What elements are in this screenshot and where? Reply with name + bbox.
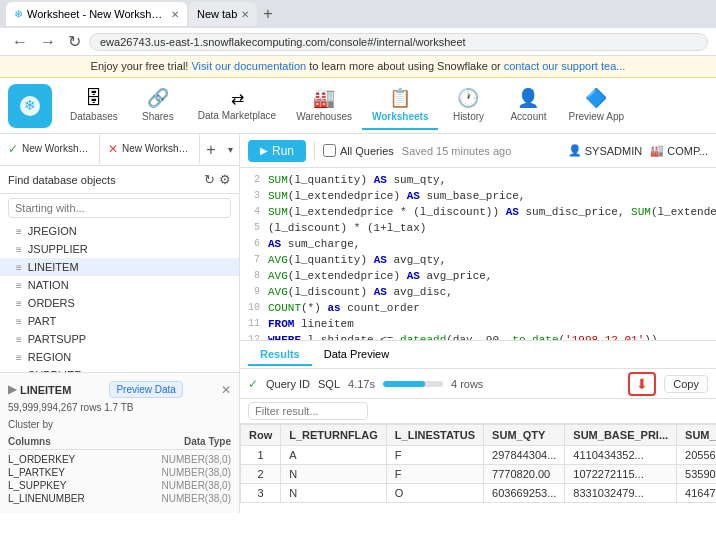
snowflake-logo-svg: ❄ — [16, 92, 44, 120]
table-icon: ≡ — [16, 298, 22, 309]
col-header-linestatus[interactable]: L_LINESTATUS — [386, 425, 483, 446]
worksheet-tab-1[interactable]: ✓ New Worksheet — [0, 134, 100, 165]
results-tab[interactable]: Results — [248, 344, 312, 366]
tree-item-region[interactable]: ≡ REGION — [0, 348, 239, 366]
tab-close-icon[interactable]: ✕ — [171, 9, 179, 20]
line-content-6: AS sum_charge, — [268, 236, 716, 252]
browser-nav-bar: ← → ↻ ewa26743.us-east-1.snowflakecomput… — [0, 28, 716, 56]
col-header-sum-base[interactable]: SUM_BASE_PRI... — [565, 425, 677, 446]
nav-data-marketplace[interactable]: ⇄ Data Marketplace — [188, 83, 286, 129]
refresh-db-icon[interactable]: ↻ — [204, 172, 215, 187]
tree-item-part[interactable]: ≡ PART — [0, 312, 239, 330]
tree-label-jsupplier: JSUPPLIER — [28, 243, 88, 255]
col-type-orderkey: NUMBER(38,0) — [162, 454, 231, 465]
col-header-sum-disc[interactable]: SUM_DISC_PR... — [677, 425, 716, 446]
comp-badge[interactable]: 🏭 COMP... — [650, 144, 708, 157]
db-search-area: Find database objects ↻ ⚙ — [0, 166, 239, 194]
docs-link[interactable]: Visit our documentation — [191, 60, 306, 72]
refresh-button[interactable]: ↻ — [64, 30, 85, 53]
nav-account[interactable]: 👤 Account — [498, 81, 558, 130]
nav-worksheets[interactable]: 📋 Worksheets — [362, 81, 439, 130]
tree-label-partsupp: PARTSUPP — [28, 333, 86, 345]
check-icon: ✓ — [8, 142, 18, 156]
preview-data-button[interactable]: Preview Data — [109, 381, 182, 398]
x-icon: ✕ — [108, 142, 118, 156]
forward-button[interactable]: → — [36, 31, 60, 53]
db-filter-area — [0, 194, 239, 222]
col-name-suppkey: L_SUPPKEY — [8, 480, 66, 491]
address-bar[interactable]: ewa26743.us-east-1.snowflakecomputing.co… — [89, 33, 708, 51]
all-queries-checkbox[interactable] — [323, 144, 336, 157]
tree-item-nation[interactable]: ≡ NATION — [0, 276, 239, 294]
line-num-10: 10 — [240, 300, 268, 316]
tree-item-orders[interactable]: ≡ ORDERS — [0, 294, 239, 312]
sf-logo[interactable]: ❄ — [8, 84, 52, 128]
filter-result-input[interactable] — [248, 402, 368, 420]
worksheets-dropdown-button[interactable]: ▾ — [222, 134, 239, 165]
line-content-11: FROM lineitem — [268, 316, 716, 332]
run-button[interactable]: ▶ Run — [248, 140, 306, 162]
lineitem-meta: 59,999,994,267 rows 1.7 TB — [8, 402, 231, 413]
query-id-label: Query ID — [266, 378, 310, 390]
db-filter-input[interactable] — [8, 198, 231, 218]
results-table-wrap[interactable]: Row L_RETURNFLAG L_LINESTATUS SUM_QTY SU… — [240, 424, 716, 513]
new-tab-button[interactable]: + — [259, 5, 276, 23]
col-name-orderkey: L_ORDERKEY — [8, 454, 75, 465]
user-icon: 👤 — [568, 144, 582, 157]
data-preview-tab[interactable]: Data Preview — [312, 344, 401, 366]
triangle-icon: ▶ — [8, 383, 16, 396]
code-line-4: 4 SUM(l_extendedprice * (l_discount)) AS… — [240, 204, 716, 220]
add-worksheet-button[interactable]: + — [200, 134, 222, 165]
line-content-3: SUM(l_extendedprice) AS sum_base_price, — [268, 188, 716, 204]
tree-item-jregion[interactable]: ≡ JREGION — [0, 222, 239, 240]
code-line-8: 8 AVG(l_extendedprice) AS avg_price, — [240, 268, 716, 284]
close-lineitem-button[interactable]: ✕ — [221, 383, 231, 397]
new-tab-label: New tab — [197, 8, 237, 20]
nav-preview-app[interactable]: 🔷 Preview App — [558, 81, 634, 130]
new-tab-close-icon[interactable]: ✕ — [241, 9, 249, 20]
support-link[interactable]: contact our support tea... — [504, 60, 626, 72]
sf-header: ❄ 🗄 Databases 🔗 Shares ⇄ Data Marketplac… — [0, 78, 716, 134]
row-discprice-3: 4164717645... — [677, 484, 716, 503]
code-line-11: 11 FROM lineitem — [240, 316, 716, 332]
line-content-12: WHERE l_shipdate <= dateadd(day, 90, to_… — [268, 332, 716, 340]
row-flag-2: N — [281, 465, 387, 484]
active-tab[interactable]: ❄ Worksheet - New Worksheet (1/... ✕ — [6, 2, 187, 26]
info-text2: to learn more about using Snowflake or — [309, 60, 503, 72]
ws-tab1-label: New Worksheet — [22, 143, 91, 154]
history-label: History — [453, 111, 484, 122]
back-button[interactable]: ← — [8, 31, 32, 53]
download-button[interactable]: ⬇ — [628, 372, 656, 396]
comp-label: COMP... — [667, 145, 708, 157]
lineitem-header: ▶ LINEITEM Preview Data ✕ — [8, 381, 231, 398]
tree-item-partsupp[interactable]: ≡ PARTSUPP — [0, 330, 239, 348]
worksheet-tab-2[interactable]: ✕ New Worksheet — [100, 134, 200, 165]
filter-db-icon[interactable]: ⚙ — [219, 172, 231, 187]
sidebar: ✓ New Worksheet ✕ New Worksheet + ▾ Find… — [0, 134, 240, 513]
nav-warehouses[interactable]: 🏭 Warehouses — [286, 81, 362, 130]
tree-item-jsupplier[interactable]: ≡ JSUPPLIER — [0, 240, 239, 258]
sysadmin-badge[interactable]: 👤 SYSADMIN — [568, 144, 642, 157]
all-queries-check[interactable]: All Queries — [323, 144, 394, 157]
databases-icon: 🗄 — [85, 88, 103, 109]
nav-shares[interactable]: 🔗 Shares — [128, 81, 188, 130]
run-icon: ▶ — [260, 145, 268, 156]
line-content-7: AVG(l_quantity) AS avg_qty, — [268, 252, 716, 268]
tree-item-lineitem[interactable]: ≡ LINEITEM — [0, 258, 239, 276]
row-num-3: 3 — [241, 484, 281, 503]
svg-text:❄: ❄ — [24, 97, 36, 113]
copy-button[interactable]: Copy — [664, 375, 708, 393]
col-header-returnflag[interactable]: L_RETURNFLAG — [281, 425, 387, 446]
nav-databases[interactable]: 🗄 Databases — [60, 82, 128, 130]
line-num-2: 2 — [240, 172, 268, 188]
tree-label-nation: NATION — [28, 279, 69, 291]
code-editor[interactable]: 2 SUM(l_quantity) AS sum_qty, 3 SUM(l_ex… — [240, 168, 716, 341]
new-tab[interactable]: New tab ✕ — [189, 2, 257, 26]
db-search-icons: ↻ ⚙ — [204, 172, 231, 187]
row-status-1: F — [386, 446, 483, 465]
nav-history[interactable]: 🕐 History — [438, 81, 498, 130]
row-discprice-2: 535905337... — [677, 465, 716, 484]
shares-icon: 🔗 — [147, 87, 169, 109]
col-header-sum-qty[interactable]: SUM_QTY — [484, 425, 565, 446]
worksheets-label: Worksheets — [372, 111, 429, 122]
